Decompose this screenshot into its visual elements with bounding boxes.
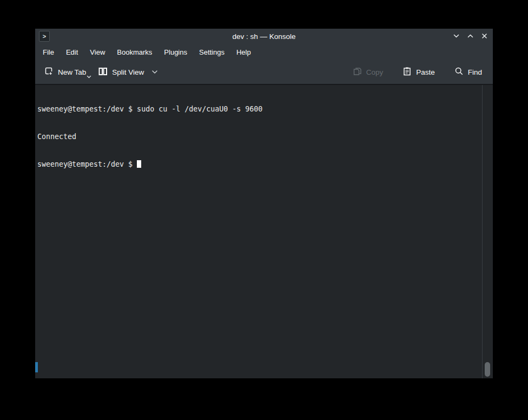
- maximize-button[interactable]: [466, 32, 474, 41]
- split-view-label: Split View: [112, 68, 144, 76]
- new-tab-button[interactable]: New Tab: [42, 63, 88, 81]
- menu-bookmarks[interactable]: Bookmarks: [111, 45, 158, 59]
- menubar: File Edit View Bookmarks Plugins Setting…: [35, 44, 493, 60]
- terminal-prompt-line: sweeney@tempest:/dev $: [37, 160, 480, 169]
- terminal-prompt: sweeney@tempest:/dev $: [37, 160, 137, 168]
- copy-icon: [353, 67, 362, 77]
- scrollbar-track[interactable]: [482, 85, 493, 378]
- window-controls: [452, 29, 489, 44]
- terminal-line: sweeney@tempest:/dev $ sudo cu -l /dev/c…: [37, 104, 480, 114]
- close-button[interactable]: [480, 32, 489, 41]
- search-icon: [454, 67, 464, 77]
- new-tab-dropdown-icon[interactable]: [87, 72, 91, 80]
- scrollbar-thumb[interactable]: [485, 362, 490, 377]
- activity-indicator: [35, 362, 38, 372]
- konsole-window: > dev : sh — Konsole File Edit View: [35, 29, 493, 378]
- split-view-button[interactable]: Split View: [96, 63, 160, 81]
- split-view-icon: [98, 67, 108, 78]
- find-label: Find: [468, 68, 482, 76]
- paste-label: Paste: [416, 68, 435, 76]
- menu-file[interactable]: File: [37, 45, 60, 59]
- terminal-view[interactable]: sweeney@tempest:/dev $ sudo cu -l /dev/c…: [35, 85, 493, 378]
- terminal-line: Connected: [37, 132, 480, 141]
- menu-plugins[interactable]: Plugins: [158, 45, 193, 59]
- menu-view[interactable]: View: [84, 45, 111, 59]
- paste-icon: [402, 67, 412, 77]
- toolbar: New Tab Split View: [35, 60, 493, 84]
- chevron-down-icon: [453, 32, 460, 42]
- terminal-cursor: [137, 160, 141, 168]
- split-view-dropdown-icon[interactable]: [151, 70, 158, 74]
- new-tab-label: New Tab: [58, 68, 86, 76]
- menu-edit[interactable]: Edit: [60, 45, 84, 59]
- menu-help[interactable]: Help: [230, 45, 257, 59]
- menu-settings[interactable]: Settings: [193, 45, 230, 59]
- titlebar[interactable]: > dev : sh — Konsole: [35, 29, 493, 44]
- konsole-app-icon[interactable]: >: [39, 31, 50, 42]
- chevron-up-icon: [467, 32, 474, 42]
- paste-button[interactable]: Paste: [400, 63, 437, 81]
- copy-button[interactable]: Copy: [351, 63, 386, 81]
- find-button[interactable]: Find: [452, 63, 484, 81]
- copy-label: Copy: [366, 68, 384, 76]
- close-icon: [481, 32, 488, 42]
- window-title: dev : sh — Konsole: [35, 32, 493, 41]
- new-tab-icon: [44, 67, 54, 78]
- terminal-output: sweeney@tempest:/dev $ sudo cu -l /dev/c…: [37, 86, 480, 187]
- minimize-button[interactable]: [452, 32, 460, 41]
